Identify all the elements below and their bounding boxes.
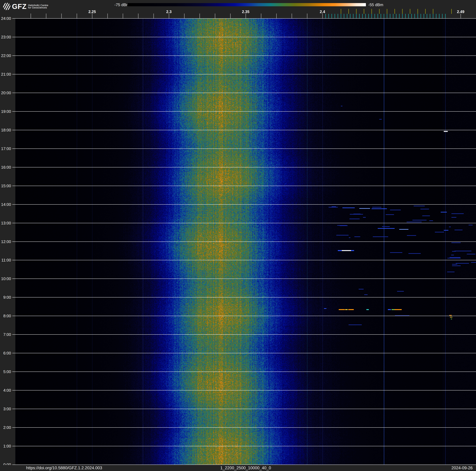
hour-gridline	[12, 353, 476, 353]
hour-gridline	[12, 297, 476, 297]
bluetooth-channel-tick	[430, 14, 430, 18]
freq-tick	[92, 14, 92, 18]
colorbar-max-label: -55 dBm	[368, 3, 383, 7]
wifi-channel-tick	[341, 9, 341, 14]
wifi-channel-tick	[451, 9, 452, 14]
bluetooth-channel-tick	[436, 14, 436, 18]
bluetooth-channel-tick	[390, 14, 390, 18]
hour-gridline	[12, 74, 476, 74]
hour-gridline	[12, 55, 476, 56]
hour-tick-label: 13:00	[0, 221, 11, 225]
colorbar-min-label: -75 dBm	[114, 3, 129, 7]
bluetooth-channel-tick	[411, 14, 412, 18]
hour-tick-label: 2:00	[0, 425, 11, 430]
hour-tick-label: 19:00	[0, 109, 11, 114]
freq-tick-label: 2.4	[316, 10, 329, 14]
hour-tick-label: 11:00	[0, 258, 11, 262]
bluetooth-channel-tick	[433, 14, 433, 18]
hour-gridline	[12, 465, 476, 465]
hour-tick-label: 24:00	[0, 16, 11, 21]
bluetooth-channel-tick	[445, 14, 446, 18]
wifi-channel-tick	[410, 9, 410, 14]
bluetooth-channel-tick	[368, 14, 369, 18]
bluetooth-channel-tick	[421, 14, 421, 18]
hour-tick-label: 3:00	[0, 407, 11, 411]
hour-tick-label: 15:00	[0, 184, 11, 188]
freq-tick	[276, 14, 277, 18]
hour-tick-label: 23:00	[0, 35, 11, 39]
bluetooth-channel-tick	[350, 14, 350, 18]
bluetooth-channel-tick	[396, 14, 396, 18]
hour-tick-label: 4:00	[0, 388, 11, 392]
freq-tick	[230, 14, 231, 18]
gfz-logo: GFZ Helmholtz Centre for Geosciences	[3, 3, 48, 10]
bluetooth-channel-tick	[408, 14, 409, 18]
bluetooth-channel-tick	[414, 14, 415, 18]
bluetooth-channel-tick	[344, 14, 344, 18]
bluetooth-channel-tick	[347, 14, 347, 18]
freq-tick	[107, 14, 108, 18]
spectrogram-page: GFZ Helmholtz Centre for Geosciences -75…	[0, 0, 476, 471]
hour-tick-label: 21:00	[0, 72, 11, 76]
hour-gridline	[12, 130, 476, 130]
bluetooth-channel-tick	[325, 14, 326, 18]
hour-tick-label: 14:00	[0, 202, 11, 207]
hour-gridline	[12, 204, 476, 205]
hour-gridline	[12, 167, 476, 167]
hour-gridline	[12, 223, 476, 223]
wifi-channel-tick	[433, 9, 433, 14]
bluetooth-channel-tick	[442, 14, 442, 18]
wifi-channel-tick	[348, 9, 349, 14]
freq-tick-label: 2.49	[454, 10, 468, 14]
bluetooth-channel-tick	[374, 14, 375, 18]
hour-tick-label: 5:00	[0, 370, 11, 374]
hour-tick-label: 22:00	[0, 54, 11, 58]
hour-gridline	[12, 427, 476, 428]
freq-tick	[460, 14, 461, 18]
hour-gridline	[12, 446, 476, 446]
freq-tick	[215, 14, 215, 18]
freq-tick	[77, 14, 77, 18]
freq-tick	[169, 14, 169, 18]
freq-tick	[307, 14, 307, 18]
freq-tick-label: 2.35	[239, 10, 253, 14]
bluetooth-channel-tick	[381, 14, 381, 18]
bluetooth-channel-tick	[353, 14, 354, 18]
hour-gridline	[12, 37, 476, 37]
wifi-channel-tick	[402, 9, 403, 14]
wifi-channel-tick	[364, 9, 364, 14]
hour-tick-label: 20:00	[0, 91, 11, 95]
bluetooth-channel-tick	[365, 14, 366, 18]
bluetooth-channel-tick	[384, 14, 384, 18]
freq-tick	[200, 14, 200, 18]
hour-gridline	[12, 241, 476, 242]
hour-tick-label: 17:00	[0, 146, 11, 151]
date-label: 2024-09-26	[451, 465, 473, 471]
bluetooth-channel-tick	[402, 14, 403, 18]
gfz-tagline-line2: for Geosciences	[28, 6, 48, 9]
bluetooth-channel-tick	[378, 14, 378, 18]
bluetooth-channel-tick	[328, 14, 329, 18]
hour-tick-label: 10:00	[0, 276, 11, 281]
bluetooth-channel-tick	[387, 14, 387, 18]
bluetooth-channel-tick	[424, 14, 424, 18]
wifi-channel-tick	[425, 9, 426, 14]
bluetooth-channel-tick	[399, 14, 400, 18]
hour-gridline	[12, 334, 476, 335]
dataset-id-label: 1_2200_2500_10000_40_0	[15, 465, 476, 471]
bluetooth-channel-tick	[359, 14, 360, 18]
bluetooth-channel-tick	[393, 14, 393, 18]
gfz-globe-icon	[3, 3, 10, 10]
freq-tick	[46, 14, 46, 18]
hour-gridline	[12, 279, 476, 279]
freq-tick	[31, 14, 31, 18]
wifi-channel-tick	[394, 9, 395, 14]
bluetooth-channel-tick	[335, 14, 335, 18]
freq-tick	[123, 14, 123, 18]
wifi-channel-tick	[387, 9, 387, 14]
hour-gridline	[12, 260, 476, 260]
hour-gridline	[12, 316, 476, 316]
gfz-acronym: GFZ	[12, 3, 27, 10]
footer-bar: https://doi.org/10.5880/GFZ.1.2.2024.003…	[0, 465, 476, 471]
hour-tick-label: 8:00	[0, 314, 11, 318]
